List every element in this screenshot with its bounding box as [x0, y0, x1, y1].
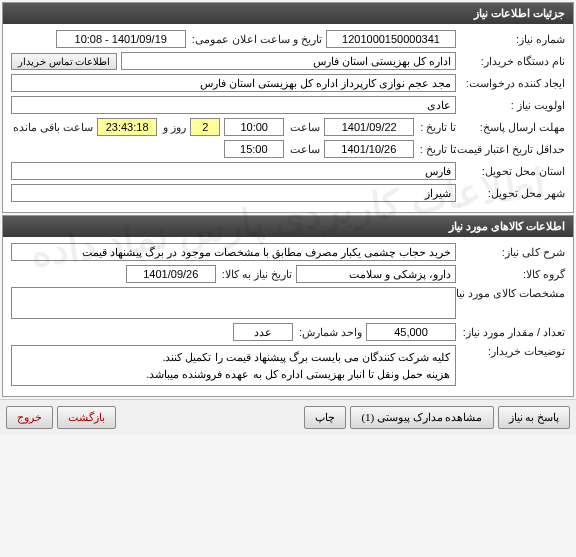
- deadline-time-label: ساعت: [288, 121, 320, 134]
- qty-field: [366, 323, 456, 341]
- notes-label: توضیحات خریدار:: [460, 345, 565, 358]
- panel2-title: اطلاعات کالاهای مورد نیاز: [3, 216, 573, 237]
- need-details-panel: جزئیات اطلاعات نیاز شماره نیاز: تاریخ و …: [2, 2, 574, 213]
- notes-field: کلیه شرکت کنندگان می بایست برگ پیشنهاد ق…: [11, 345, 456, 386]
- validity-to-label: تا تاریخ :: [418, 143, 456, 156]
- notes-line1: کلیه شرکت کنندگان می بایست برگ پیشنهاد ق…: [17, 349, 450, 366]
- deadline-main-label: مهلت ارسال پاسخ:: [460, 121, 565, 134]
- need-number-field: [326, 30, 456, 48]
- notes-line2: هزینه حمل ونقل تا انبار بهزیستی اداره کل…: [17, 366, 450, 383]
- days-label: روز و: [161, 121, 186, 134]
- city-field: [11, 184, 456, 202]
- city-label: شهر محل تحویل:: [460, 187, 565, 200]
- priority-label: اولویت نیاز :: [460, 99, 565, 112]
- group-field: [296, 265, 456, 283]
- exit-button[interactable]: خروج: [6, 406, 53, 429]
- announce-field: [56, 30, 186, 48]
- creator-label: ایجاد کننده درخواست:: [460, 77, 565, 90]
- qty-label: تعداد / مقدار مورد نیاز:: [460, 326, 565, 339]
- spec-label: مشخصات کالای مورد نیاز:: [460, 287, 565, 300]
- buyer-org-field: [121, 52, 456, 70]
- desc-field: [11, 243, 456, 261]
- desc-label: شرح کلی نیاز:: [460, 246, 565, 259]
- deadline-date-field: [324, 118, 414, 136]
- creator-field: [11, 74, 456, 92]
- spec-field: [11, 287, 456, 319]
- contact-buyer-button[interactable]: اطلاعات تماس خریدار: [11, 53, 117, 70]
- need-date-label: تاریخ نیاز به کالا:: [220, 268, 292, 281]
- group-label: گروه کالا:: [460, 268, 565, 281]
- validity-date-field: [324, 140, 414, 158]
- back-button[interactable]: بازگشت: [57, 406, 116, 429]
- announce-label: تاریخ و ساعت اعلان عمومی:: [190, 33, 322, 46]
- attachments-button[interactable]: مشاهده مدارک پیوستی (1): [350, 406, 493, 429]
- time-remain-field: [97, 118, 157, 136]
- priority-field: [11, 96, 456, 114]
- action-bar: پاسخ به نیاز مشاهده مدارک پیوستی (1) چاپ…: [0, 399, 576, 435]
- reply-button[interactable]: پاسخ به نیاز: [498, 406, 571, 429]
- to-date-label: تا تاریخ :: [418, 121, 456, 134]
- remain-label: ساعت باقی مانده: [11, 121, 93, 134]
- validity-time-label: ساعت: [288, 143, 320, 156]
- validity-label: حداقل تاریخ اعتبار قیمت:: [460, 143, 565, 156]
- validity-time-field: [224, 140, 284, 158]
- deadline-time-field: [224, 118, 284, 136]
- province-label: استان محل تحویل:: [460, 165, 565, 178]
- province-field: [11, 162, 456, 180]
- buyer-org-label: نام دستگاه خریدار:: [460, 55, 565, 68]
- need-date-field: [126, 265, 216, 283]
- goods-info-panel: اطلاعات کالاهای مورد نیاز شرح کلی نیاز: …: [2, 215, 574, 397]
- days-remain-field: [190, 118, 220, 136]
- unit-field: [233, 323, 293, 341]
- unit-label: واحد شمارش:: [297, 326, 362, 339]
- need-number-label: شماره نیاز:: [460, 33, 565, 46]
- panel1-title: جزئیات اطلاعات نیاز: [3, 3, 573, 24]
- print-button[interactable]: چاپ: [304, 406, 346, 429]
